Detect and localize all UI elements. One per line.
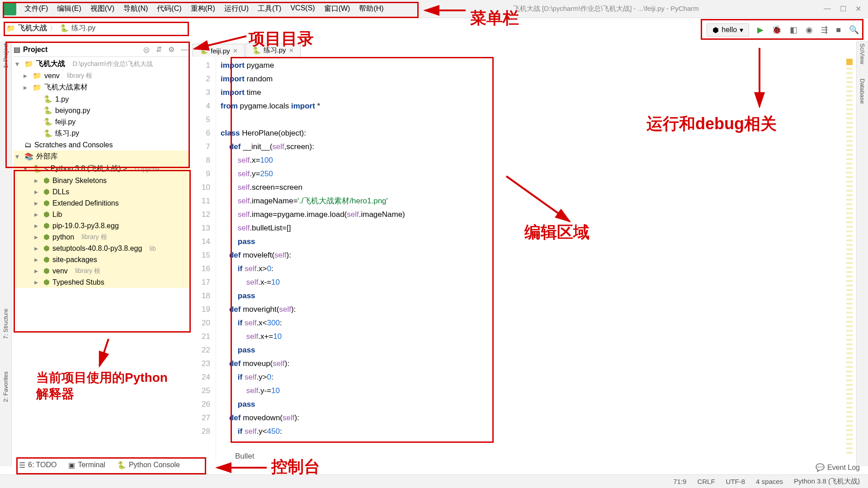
- status-bar: 71:9 CRLF UTF-8 4 spaces Python 3.8 (飞机大…: [0, 474, 868, 488]
- status-caret-pos[interactable]: 71:9: [673, 478, 686, 485]
- status-indent[interactable]: 4 spaces: [756, 478, 783, 485]
- structure-tool-tab[interactable]: 7: Structure: [2, 309, 9, 339]
- database-tab[interactable]: Database: [859, 79, 866, 104]
- left-tool-strip: 1: Project 7: Structure 2: Favorites: [0, 41, 12, 466]
- folder-icon: 📁: [24, 60, 33, 68]
- python-icon: 🐍: [117, 461, 126, 469]
- annotation-arrow: [212, 461, 271, 474]
- library-icon: ⬢: [43, 176, 50, 185]
- menu-item[interactable]: VCS(S): [286, 1, 319, 16]
- chevron-down-icon: ▾: [740, 26, 743, 34]
- attach-button[interactable]: ⇶: [821, 25, 828, 35]
- menu-item[interactable]: 代码(C): [152, 1, 186, 16]
- menu-item[interactable]: 视图(V): [86, 1, 119, 16]
- gear-icon[interactable]: ⚙: [166, 45, 176, 54]
- menu-item[interactable]: 重构(R): [186, 1, 220, 16]
- tree-lib[interactable]: ▸⬢venv library 根: [14, 265, 190, 277]
- tree-lib[interactable]: ▸⬢setuptools-40.8.0-py3.8.egg lib: [14, 243, 190, 254]
- bottom-tool-bar: ☰6: TODO ▣Terminal 🐍Python Console: [14, 457, 185, 473]
- warning-marker[interactable]: [846, 59, 853, 65]
- collapse-icon[interactable]: ⇵: [154, 45, 164, 54]
- tab-feiji[interactable]: 🐍feiji.py✕: [193, 44, 245, 57]
- tree-item-scratches[interactable]: Scratches and Consoles: [34, 141, 113, 149]
- library-icon: ⬢: [43, 267, 50, 275]
- tab-lianxi[interactable]: 🐍练习.py✕: [245, 43, 301, 57]
- code-editor[interactable]: 1234567891011121314151617181920212223242…: [193, 57, 855, 461]
- code-area[interactable]: import pygameimport randomimport timefro…: [216, 57, 855, 461]
- tree-lib[interactable]: ▸⬢site-packages: [14, 254, 190, 265]
- window-title: 飞机大战 [D:\pycharm\作业总\飞机大战] - ...\feiji.p…: [388, 5, 824, 13]
- tree-item-python-sdk[interactable]: < Python 3.8 (飞机大战) >: [44, 164, 127, 174]
- folder-icon: 📁: [6, 24, 15, 33]
- close-tab-icon[interactable]: ✕: [289, 47, 294, 54]
- status-line-ending[interactable]: CRLF: [697, 478, 715, 485]
- hide-icon[interactable]: —: [179, 46, 190, 54]
- error-stripe[interactable]: [846, 59, 853, 456]
- tree-file[interactable]: 🐍练习.py: [14, 127, 190, 140]
- close-icon[interactable]: ✕: [855, 5, 861, 13]
- debug-button[interactable]: 🐞: [772, 25, 782, 35]
- search-everywhere-icon[interactable]: 🔍: [849, 25, 859, 35]
- event-log-tool[interactable]: 💬Event Log: [816, 463, 860, 472]
- coverage-button[interactable]: ◧: [790, 25, 797, 35]
- tree-lib[interactable]: ▸⬢pip-19.0.3-py3.8.egg: [14, 220, 190, 231]
- python-file-icon: 🐍: [60, 24, 69, 33]
- menu-item[interactable]: 运行(U): [220, 1, 253, 16]
- bubble-icon: 💬: [816, 463, 825, 472]
- tree-item-venv[interactable]: venv: [44, 72, 60, 80]
- python-console-tool[interactable]: 🐍Python Console: [117, 461, 180, 469]
- profile-button[interactable]: ◉: [806, 25, 813, 35]
- breadcrumb-root[interactable]: 飞机大战: [18, 23, 47, 33]
- menu-item[interactable]: 编辑(E): [52, 1, 85, 16]
- tree-lib[interactable]: ▸⬢Typeshed Stubs: [14, 277, 190, 288]
- project-panel-header: ▤ Project ◎ ⇵ ⚙ —: [14, 42, 190, 57]
- library-icon: ⬢: [43, 199, 50, 207]
- project-root[interactable]: 飞机大战: [36, 59, 65, 69]
- tree-lib[interactable]: ▸⬢python library 根: [14, 231, 190, 243]
- favorites-tool-tab[interactable]: 2: Favorites: [2, 371, 9, 402]
- tree-item-assets[interactable]: 飞机大战素材: [44, 83, 88, 92]
- terminal-tool[interactable]: ▣Terminal: [68, 461, 105, 469]
- project-panel-title: Project: [23, 46, 47, 54]
- project-tool-tab[interactable]: 1: Project: [2, 43, 9, 68]
- minimize-icon[interactable]: —: [824, 5, 831, 13]
- status-interpreter[interactable]: Python 3.8 (飞机大战): [794, 477, 860, 486]
- tree-file[interactable]: 🐍1.py: [14, 94, 190, 105]
- todo-tool[interactable]: ☰6: TODO: [19, 461, 57, 469]
- menu-item[interactable]: 帮助(H): [354, 1, 388, 16]
- run-config-selector[interactable]: ⬢hello▾: [707, 23, 749, 37]
- tree-lib[interactable]: ▸⬢Extended Definitions: [14, 197, 190, 209]
- scratches-icon: 🗂: [24, 141, 32, 149]
- library-icon: ⬢: [43, 221, 50, 230]
- breadcrumb: 📁 飞机大战 〉 🐍 练习.py: [6, 20, 95, 36]
- project-tool-icon: ▤: [14, 45, 20, 54]
- status-encoding[interactable]: UTF-8: [726, 478, 745, 485]
- tree-lib[interactable]: ▸⬢DLLs: [14, 186, 190, 197]
- folder-icon: 📁: [33, 71, 42, 80]
- sciview-tab[interactable]: SciView: [859, 43, 866, 64]
- tree-item-external-libs[interactable]: 外部库: [36, 152, 58, 161]
- close-tab-icon[interactable]: ✕: [233, 47, 238, 54]
- editor-tabs: 🐍feiji.py✕ 🐍练习.py✕: [193, 42, 301, 57]
- maximize-icon[interactable]: ☐: [840, 5, 846, 13]
- menu-item[interactable]: 窗口(W): [320, 1, 355, 16]
- tree-lib[interactable]: ▸⬢Lib: [14, 209, 190, 220]
- tree-file[interactable]: 🐍feiji.py: [14, 116, 190, 127]
- target-icon[interactable]: ◎: [142, 45, 151, 54]
- breadcrumb-file[interactable]: 练习.py: [71, 23, 95, 33]
- stop-button[interactable]: ■: [836, 25, 841, 35]
- tree-lib[interactable]: ▸⬢Binary Skeletons: [14, 175, 190, 186]
- editor-breadcrumb[interactable]: Bullet: [235, 452, 255, 461]
- chevron-right-icon: 〉: [50, 23, 57, 33]
- library-icon: 📚: [24, 152, 33, 161]
- menu-bar: 文件(F)编辑(E)视图(V)导航(N)代码(C)重构(R)运行(U)工具(T)…: [0, 0, 868, 18]
- menu-item[interactable]: 工具(T): [253, 1, 286, 16]
- python-icon: 🐍: [33, 164, 42, 173]
- folder-icon: 📁: [33, 83, 42, 92]
- run-button[interactable]: ▶: [757, 25, 764, 35]
- menu-item[interactable]: 导航(N): [119, 1, 152, 16]
- project-tree[interactable]: ▾📁飞机大战 D:\pycharm\作业总\飞机大战 ▸📁venv librar…: [14, 58, 190, 447]
- menu-item[interactable]: 文件(F): [20, 1, 52, 16]
- tree-file[interactable]: 🐍beiyong.py: [14, 105, 190, 116]
- app-icon: [4, 3, 16, 15]
